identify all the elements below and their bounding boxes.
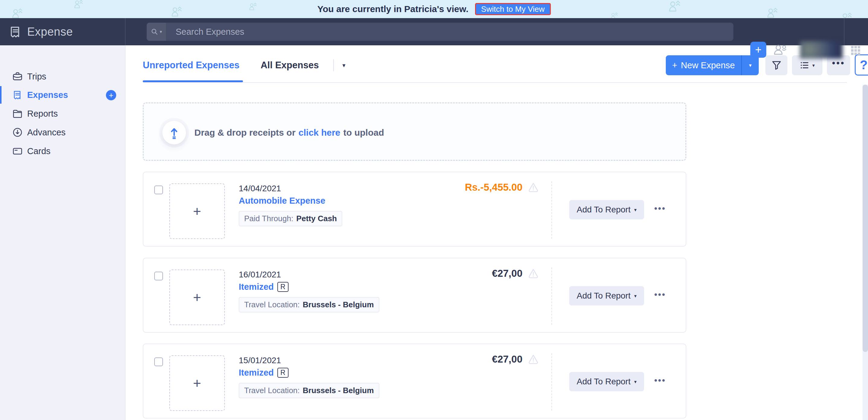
search-scope-button[interactable]: ▾ [147, 23, 166, 41]
upload-text-prefix: Drag & drop receipts or [194, 128, 296, 138]
row-more-options-button[interactable]: ••• [650, 290, 670, 300]
tag-value: Petty Cash [297, 214, 337, 223]
add-to-report-label: Add To Report [577, 377, 631, 387]
reimbursable-badge: R [277, 282, 288, 292]
receipt-icon [12, 89, 23, 100]
add-receipt-box[interactable]: + [169, 270, 225, 325]
view-banner-message: You are currently in Patricia's view. [317, 4, 468, 14]
new-expense-label: New Expense [681, 60, 735, 71]
main-content: Unreported Expenses All Expenses ▾ + New… [126, 45, 868, 420]
expense-tag: Paid Through: Petty Cash [239, 211, 342, 226]
new-expense-button[interactable]: + New Expense [666, 55, 741, 75]
apps-grid-icon[interactable] [851, 46, 860, 55]
expense-title-link[interactable]: Automobile Expense [239, 196, 326, 206]
upload-click-here-link[interactable]: click here [299, 128, 340, 138]
receipt-dropzone[interactable]: Drag & drop receipts or click here to up… [143, 103, 686, 161]
add-to-report-caret-icon: ▾ [634, 207, 637, 213]
expense-card: + 15/01/2021 Itemized R Travel Location:… [143, 343, 686, 419]
help-button[interactable]: ? [855, 54, 868, 76]
tab-all-expenses[interactable]: All Expenses [260, 60, 319, 71]
tag-label: Paid Through: [244, 214, 293, 223]
add-expense-quick-button[interactable]: + [106, 90, 116, 100]
add-to-report-button[interactable]: Add To Report ▾ [569, 372, 644, 391]
navbar-divider-right [844, 18, 844, 45]
expense-card: + 14/04/2021 Automobile Expense Paid Thr… [143, 172, 686, 247]
switch-to-my-view-button[interactable]: Switch to My View [475, 3, 551, 15]
expense-amount: €27,00 [492, 354, 522, 365]
expense-date: 14/04/2021 [239, 184, 281, 193]
expense-amount: €27,00 [492, 268, 522, 279]
new-expense-dropdown-button[interactable]: ▾ [741, 55, 759, 75]
expense-date: 16/01/2021 [239, 270, 281, 280]
add-receipt-box[interactable]: + [169, 184, 225, 239]
reimbursable-badge: R [277, 368, 288, 378]
add-to-report-label: Add To Report [577, 291, 631, 301]
plus-icon: + [193, 375, 201, 391]
expense-card: + 16/01/2021 Itemized R Travel Location:… [143, 258, 686, 333]
scrollbar-track[interactable] [863, 85, 868, 420]
upload-instructions: Drag & drop receipts or click here to up… [194, 103, 384, 162]
tab-separator [333, 59, 334, 71]
sidebar-item-label: Reports [27, 109, 58, 119]
expense-tabs: Unreported Expenses All Expenses ▾ [143, 59, 345, 71]
quick-create-button[interactable]: + [750, 42, 766, 58]
sidebar-item-cards[interactable]: Cards [0, 142, 126, 161]
expense-date: 15/01/2021 [239, 356, 281, 365]
add-to-report-button[interactable]: Add To Report ▾ [569, 200, 644, 219]
sidebar: Trips Expenses + Reports Advances Cards [0, 45, 126, 420]
expense-tag: Travel Location: Brussels - Belgium [239, 383, 379, 398]
expense-title-link[interactable]: Itemized [239, 282, 274, 292]
user-avatar-blurred[interactable] [800, 41, 843, 59]
card-divider [551, 353, 552, 411]
search-icon [151, 28, 158, 36]
sidebar-item-label: Advances [27, 128, 65, 138]
funnel-icon [771, 60, 782, 71]
search-scope-caret-icon: ▾ [160, 29, 162, 34]
scrollbar-thumb[interactable] [863, 85, 868, 352]
filter-button[interactable] [765, 55, 787, 75]
add-receipt-box[interactable]: + [169, 355, 225, 411]
upload-text-suffix: to upload [343, 128, 384, 138]
tag-value: Brussels - Belgium [303, 386, 374, 395]
expense-title-link[interactable]: Itemized [239, 368, 274, 378]
warning-icon [527, 353, 539, 365]
row-more-options-button[interactable]: ••• [650, 204, 670, 213]
view-banner: You are currently in Patricia's view. Sw… [0, 0, 868, 18]
add-to-report-caret-icon: ▾ [634, 293, 637, 299]
sidebar-item-trips[interactable]: Trips [0, 67, 126, 86]
card-divider [551, 268, 552, 325]
sidebar-item-advances[interactable]: Advances [0, 123, 126, 142]
sidebar-item-reports[interactable]: Reports [0, 104, 126, 123]
add-to-report-caret-icon: ▾ [634, 379, 637, 385]
list-view-caret-icon: ▾ [812, 62, 814, 68]
app-name: Expense [27, 25, 73, 38]
tab-dropdown-caret-icon[interactable]: ▾ [342, 62, 345, 69]
app-logo: Expense [8, 18, 73, 45]
plus-icon: + [193, 203, 201, 219]
tag-label: Travel Location: [244, 300, 300, 309]
add-to-report-button[interactable]: Add To Report ▾ [569, 286, 644, 306]
switch-user-icon[interactable] [773, 42, 788, 57]
row-more-options-button[interactable]: ••• [650, 375, 670, 385]
search-input[interactable] [166, 23, 734, 41]
expense-logo-icon [8, 25, 22, 39]
expense-checkbox[interactable] [154, 272, 163, 280]
warning-icon [527, 268, 539, 280]
plus-icon: + [193, 289, 201, 306]
sidebar-item-label: Expenses [27, 90, 68, 100]
tab-unreported-expenses[interactable]: Unreported Expenses [143, 60, 239, 71]
tag-value: Brussels - Belgium [303, 300, 374, 309]
credit-card-icon [12, 146, 23, 157]
sidebar-item-label: Cards [27, 146, 51, 156]
navbar-divider [125, 18, 126, 45]
clock-down-icon [12, 127, 23, 138]
upload-arrow-icon [168, 126, 180, 139]
global-search: ▾ [147, 23, 734, 41]
upload-circle [162, 121, 186, 144]
add-to-report-label: Add To Report [577, 205, 631, 215]
tag-label: Travel Location: [244, 386, 300, 395]
folder-icon [12, 108, 23, 119]
expense-checkbox[interactable] [154, 358, 163, 366]
expense-checkbox[interactable] [154, 186, 163, 194]
warning-icon [527, 181, 539, 193]
